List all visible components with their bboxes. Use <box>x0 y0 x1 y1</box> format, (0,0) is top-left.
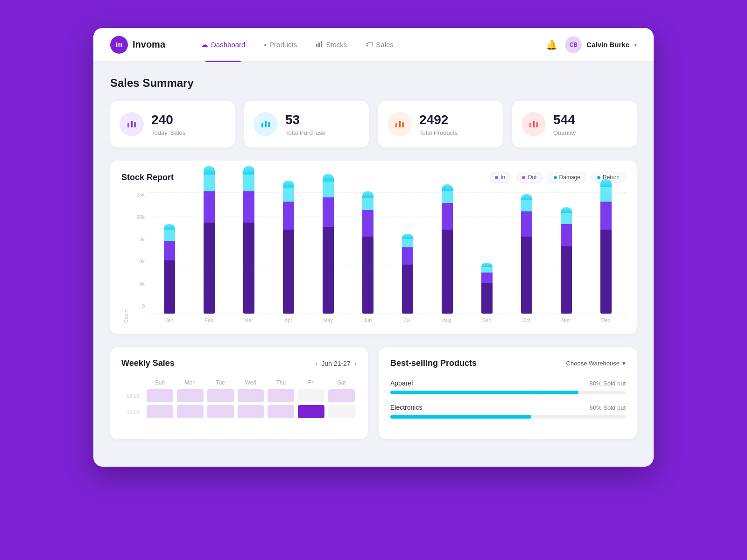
bar-stack-jan <box>152 224 186 314</box>
x-label-jul: Jul <box>388 317 427 323</box>
bar-stack-oct <box>509 194 543 314</box>
bar-cap <box>362 191 374 198</box>
bar-mid <box>323 197 334 227</box>
bar-dark <box>521 237 532 314</box>
bar-light <box>362 198 374 210</box>
nav-item-sales[interactable]: 🏷 Sales <box>358 37 401 53</box>
card-value-total-purchase: 53 <box>285 112 325 127</box>
bar-chart-icon-pink <box>528 118 539 131</box>
card-label-quantity: Quantity <box>553 129 576 136</box>
nav-item-stocks[interactable]: Stocks <box>308 36 354 53</box>
bar-cap <box>402 234 413 239</box>
day-header-mon: Mon <box>175 378 205 388</box>
bar-cap <box>481 263 493 267</box>
sales-icon: 🏷 <box>366 41 373 49</box>
product-row-apparel: Apparel 80% Sold out <box>390 379 626 394</box>
best-selling-title: Best-selling Products <box>390 358 477 368</box>
day-header-thu: Thu <box>266 378 296 388</box>
heat-cell <box>326 388 357 404</box>
logo-area: im Invoma <box>110 36 165 54</box>
bar-dark <box>481 283 493 314</box>
nav-item-products[interactable]: ▪ Products <box>256 37 304 53</box>
time-0900: 09.00 <box>121 388 145 404</box>
y-label-10k: 10k <box>136 259 145 264</box>
notification-button[interactable]: 🔔 <box>546 39 557 50</box>
bar-mid <box>521 211 532 237</box>
bar-dark <box>600 230 612 314</box>
weekly-sales-title: Weekly Sales <box>121 358 175 368</box>
x-label-may: May <box>308 317 348 323</box>
page-title: Sales Summary <box>110 77 637 90</box>
card-quantity: 544 Quantity <box>512 101 637 147</box>
bar-mid <box>402 247 413 265</box>
card-value-total-products: 2492 <box>419 112 458 127</box>
bar-dark <box>362 237 374 314</box>
bar-stack-aug <box>430 184 464 314</box>
bar-dark <box>204 223 215 314</box>
svg-rect-10 <box>399 121 401 127</box>
next-week-button[interactable]: › <box>354 359 357 368</box>
x-label-dec: Dec <box>586 317 626 323</box>
svg-rect-5 <box>134 122 136 127</box>
bar-light <box>442 191 453 203</box>
best-selling-header: Best-selling Products Choose Warehouse ▾ <box>390 358 626 368</box>
card-icon-bg-purple <box>120 112 144 136</box>
bar-dark <box>442 230 453 314</box>
user-menu[interactable]: CB Calvin Burke ▾ <box>565 36 637 53</box>
main-content: Sales Summary 240 Today' Sales <box>93 62 654 454</box>
bar-mid <box>283 202 294 230</box>
y-label-5k: 5k <box>139 281 145 287</box>
chart-col-oct <box>507 194 546 314</box>
day-header-sun: Sun <box>145 378 175 388</box>
table-row: 09.00 <box>121 388 357 404</box>
card-icon-bg-cyan <box>254 112 278 136</box>
bar-mid <box>204 191 215 223</box>
bar-cap <box>164 224 175 230</box>
nav-item-dashboard[interactable]: ☁ Dashboard <box>193 36 253 53</box>
chart-col-jan <box>149 224 189 314</box>
bar-light <box>323 182 334 197</box>
bar-light <box>561 213 572 224</box>
card-info-total-products: 2492 Total Products <box>419 112 458 136</box>
x-label-apr: Apr <box>268 317 308 323</box>
bar-mid <box>600 202 612 230</box>
avatar: CB <box>565 36 582 53</box>
y-label-25k: 25k <box>136 192 145 197</box>
chart-col-mar <box>229 166 268 314</box>
prev-week-button[interactable]: ‹ <box>315 359 317 368</box>
chart-x-labels: JanFebMarAprMayJunJulAugSepOctNovDec <box>149 317 626 323</box>
heat-cell <box>145 388 175 404</box>
svg-rect-14 <box>536 122 538 127</box>
legend-dot-damage <box>554 176 557 179</box>
bar-mid <box>561 224 572 246</box>
card-value-today-sales: 240 <box>151 112 185 127</box>
chart-y-labels: 25k 20k 15k 10k 5k 0 <box>130 192 145 323</box>
day-header-wed: Wed <box>236 378 266 388</box>
week-label: Jun 21-27 <box>321 360 350 367</box>
svg-rect-7 <box>265 121 267 127</box>
heat-cell <box>175 404 205 420</box>
product-stat-apparel: 80% Sold out <box>590 380 626 387</box>
chart-columns <box>149 192 626 314</box>
y-label-15k: 15k <box>136 237 145 242</box>
warehouse-select-button[interactable]: Choose Warehouse ▾ <box>566 360 626 367</box>
svg-rect-9 <box>395 123 397 127</box>
heat-cell <box>266 404 296 420</box>
day-header-fri: Fri <box>296 378 326 388</box>
bar-stack-jul <box>390 234 424 314</box>
legend-dot-in <box>495 176 498 179</box>
card-total-purchase: 53 Total Purchase <box>244 101 369 147</box>
x-label-jun: Jun <box>348 317 388 323</box>
products-icon: ▪ <box>264 41 267 49</box>
time-col-header <box>121 378 145 388</box>
legend-dot-return <box>597 176 600 179</box>
bar-mid <box>442 203 453 230</box>
heat-cell <box>205 388 236 404</box>
card-value-quantity: 544 <box>553 112 576 127</box>
time-1000: 10.00 <box>121 404 145 420</box>
stock-chart-area: Count 25k 20k 15k 10k 5k 0 <box>121 192 626 323</box>
heat-cell <box>296 388 326 404</box>
logo-icon: im <box>110 36 128 54</box>
product-name-electronics: Electronics <box>390 404 422 411</box>
summary-cards: 240 Today' Sales 53 Total P <box>110 101 637 147</box>
